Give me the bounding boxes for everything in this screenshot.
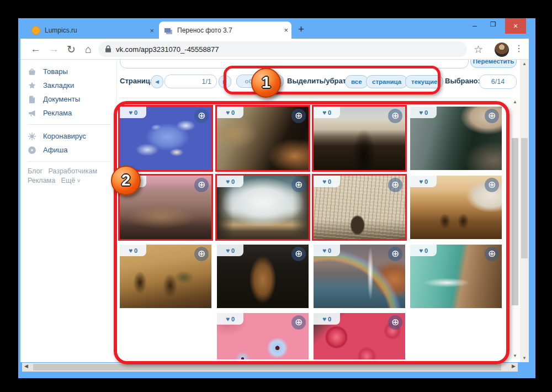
scroll-left-icon[interactable]: ◀ [24,363,28,369]
tab-title: Lumpics.ru [45,27,142,34]
photo-app-favicon-icon [164,28,171,33]
grid-scrollbar[interactable]: ▲ ▼ [511,98,519,359]
url-text: vk.com/app3231070_-45558877 [116,45,219,54]
tab-close-icon[interactable]: × [146,27,157,35]
screenshot-stage: Lumpics.ru × Перенос фото 3.7 × + – ❒ × … [0,0,552,392]
annotation-step-1: 1 [251,68,281,98]
bookmark-star-icon[interactable]: ☆ [474,43,483,56]
window-maximize-button[interactable]: ❒ [490,20,496,28]
scroll-up-icon[interactable]: ▲ [520,61,529,66]
scrollbar-thumb[interactable] [33,364,501,370]
scrollbar-thumb[interactable] [521,138,528,258]
tab-lumpics[interactable]: Lumpics.ru × [31,22,157,39]
lumpics-favicon-icon [31,26,40,35]
tab-photo-transfer[interactable]: Перенос фото 3.7 × [159,22,291,39]
profile-avatar[interactable] [495,43,509,57]
scroll-up-icon[interactable]: ▲ [511,99,519,104]
home-icon[interactable]: ⌂ [85,43,92,56]
scroll-down-icon[interactable]: ▼ [511,353,519,358]
reload-icon[interactable]: ↻ [67,43,76,56]
scroll-down-icon[interactable]: ▼ [520,356,529,361]
forward-icon[interactable]: → [49,43,59,55]
new-tab-button[interactable]: + [298,23,304,35]
menu-kebab-icon[interactable]: ⋮ [514,43,523,54]
tab-close-icon[interactable]: × [280,26,291,34]
window-minimize-button[interactable]: – [473,21,477,30]
window-close-button[interactable]: × [505,18,526,34]
tab-title: Перенос фото 3.7 [177,27,276,34]
annotation-step-2: 2 [111,166,141,195]
address-bar[interactable]: vk.com/app3231070_-45558877 [98,41,467,57]
scrollbar-thumb[interactable] [512,138,518,305]
page-scrollbar[interactable]: ▲ ▼ [520,60,529,362]
annotation-rect-photo-grid [114,101,509,364]
back-icon[interactable]: ← [30,43,41,55]
scroll-right-icon[interactable]: ▶ [512,363,516,369]
lock-icon [105,45,112,53]
